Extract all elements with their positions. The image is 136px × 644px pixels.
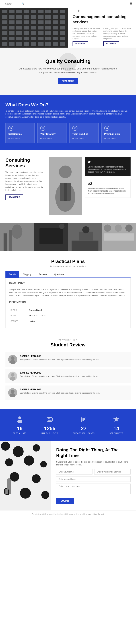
svg-rect-7: [45, 10, 51, 13]
svg-rect-51: [38, 37, 44, 40]
quality-read-more-button[interactable]: READ MORE: [58, 78, 78, 84]
stat-specialists-1: 16 SPECIALISTS: [13, 416, 27, 434]
card-4-number: 04: [104, 126, 109, 131]
svg-point-99: [49, 418, 50, 418]
what-card-1: 01 Call Service LEARN MORE: [6, 123, 35, 143]
hero-col-2: Keeping your eye on the ball while perfo…: [103, 27, 131, 46]
hero-read-more-1-button[interactable]: READ MORE: [73, 42, 88, 46]
consulting-point-2: #2 Vel fringilla est ullamcorper eget nu…: [85, 179, 130, 198]
photo-2: [34, 222, 68, 252]
name-input[interactable]: [56, 469, 92, 474]
address-group: [56, 476, 130, 482]
avatar-1: [8, 355, 17, 364]
twitter-link[interactable]: t: [75, 9, 76, 12]
info-gender-value: Ladies: [28, 319, 126, 324]
svg-rect-24: [38, 20, 44, 24]
info-model-value: TBK-210.11.116.01: [28, 313, 126, 318]
info-model-label: MODEL: [10, 313, 28, 318]
consulting-read-more-button[interactable]: READ MORE: [6, 194, 23, 200]
svg-rect-12: [16, 15, 22, 19]
svg-rect-27: [60, 20, 65, 24]
svg-rect-5: [31, 10, 36, 13]
svg-rect-11: [9, 15, 15, 19]
svg-rect-25: [45, 20, 51, 24]
stat-label-1: SPECIALISTS: [13, 432, 27, 434]
hero-building-image: [0, 8, 68, 48]
svg-rect-57: [16, 42, 22, 46]
info-gender-label: GENDER: [10, 319, 28, 324]
card-3-number: 03: [72, 126, 77, 131]
info-row-model: MODEL TBK-210.11.116.01: [10, 313, 126, 318]
search-input[interactable]: [5, 2, 22, 5]
svg-rect-54: [60, 37, 65, 40]
card-2-learn-more-link[interactable]: LEARN MORE: [40, 138, 52, 140]
footer-text: Sample text. Click to select the text bo…: [6, 513, 130, 515]
consulting-title: Consulting Services: [6, 158, 45, 168]
svg-rect-1: [2, 10, 7, 13]
tab-details[interactable]: Details: [6, 271, 19, 278]
email-input[interactable]: [94, 469, 130, 474]
tab-questions[interactable]: Questions: [51, 271, 68, 278]
review-text-1: Sample text. Click to select the text bo…: [20, 358, 100, 361]
svg-rect-16: [45, 15, 51, 19]
tab-reviews[interactable]: Reviews: [35, 271, 50, 278]
plans-tabs: Details Shipping Reviews Questions: [6, 271, 130, 278]
svg-rect-58: [24, 42, 29, 46]
tab-shipping[interactable]: Shipping: [19, 271, 35, 278]
svg-rect-17: [53, 15, 58, 19]
svg-rect-44: [53, 31, 58, 35]
svg-rect-100: [48, 420, 52, 421]
svg-marker-105: [113, 416, 119, 422]
facebook-link[interactable]: f: [73, 9, 73, 12]
card-4-learn-more-link[interactable]: LEARN MORE: [104, 138, 116, 140]
svg-rect-49: [24, 37, 29, 40]
svg-rect-70: [4, 233, 7, 251]
svg-rect-19: [2, 20, 7, 24]
card-2-title: Your Strategy: [40, 132, 64, 135]
card-2-number: 02: [40, 126, 45, 131]
submit-button[interactable]: SUBMIT: [56, 498, 74, 504]
svg-rect-10: [2, 15, 7, 19]
svg-rect-15: [38, 15, 44, 19]
hero-read-more-2-button[interactable]: READ MORE: [103, 42, 119, 46]
svg-rect-18: [60, 15, 65, 19]
address-input[interactable]: [56, 476, 130, 482]
avatar-2: [8, 372, 17, 380]
svg-rect-71: [9, 230, 12, 251]
hero-section: f t in Our management consulting service…: [0, 8, 136, 48]
svg-rect-119: [7, 482, 11, 490]
svg-point-116: [20, 488, 31, 498]
svg-rect-6: [38, 10, 44, 13]
doing-content: Doing The Right Thing, At The Right Time…: [51, 441, 136, 510]
doing-desc: Sample text. Click to select the text bo…: [56, 460, 130, 466]
consulting-person-image: [49, 158, 82, 215]
doing-section: Doing The Right Thing, At The Right Time…: [0, 441, 136, 510]
description-label: DESCRIPTION: [9, 282, 127, 286]
svg-rect-4: [24, 10, 29, 13]
svg-point-107: [1, 442, 10, 450]
svg-rect-34: [45, 26, 51, 30]
consulting-section: Consulting Services We bring deep, funct…: [0, 150, 136, 222]
svg-rect-35: [53, 26, 58, 30]
svg-point-112: [40, 461, 47, 468]
instagram-link[interactable]: in: [78, 9, 80, 12]
consulting-text: We bring deep, functional expertise, but…: [6, 171, 45, 192]
stat-number-4: 14: [109, 426, 123, 432]
stat-label-3: SUCCESSFUL CASES: [73, 432, 95, 434]
message-input[interactable]: [56, 484, 130, 494]
svg-rect-33: [38, 26, 44, 30]
hamburger-icon[interactable]: ☰: [129, 2, 132, 6]
photo-strip: [0, 222, 136, 252]
svg-rect-22: [24, 20, 29, 24]
card-1-learn-more-link[interactable]: LEARN MORE: [8, 138, 20, 140]
search-box[interactable]: 🔍: [4, 2, 25, 6]
svg-rect-50: [31, 37, 36, 40]
svg-rect-2: [9, 10, 15, 13]
svg-rect-13: [24, 15, 29, 19]
svg-point-83: [115, 224, 122, 232]
stat-cases: 27 SUCCESSFUL CASES: [73, 416, 95, 434]
card-1-title: Call Service: [8, 132, 32, 135]
stat-number-2: 1255: [41, 426, 58, 432]
plans-title: Practical Plans: [6, 259, 130, 264]
card-3-learn-more-link[interactable]: LEARN MORE: [72, 138, 84, 140]
